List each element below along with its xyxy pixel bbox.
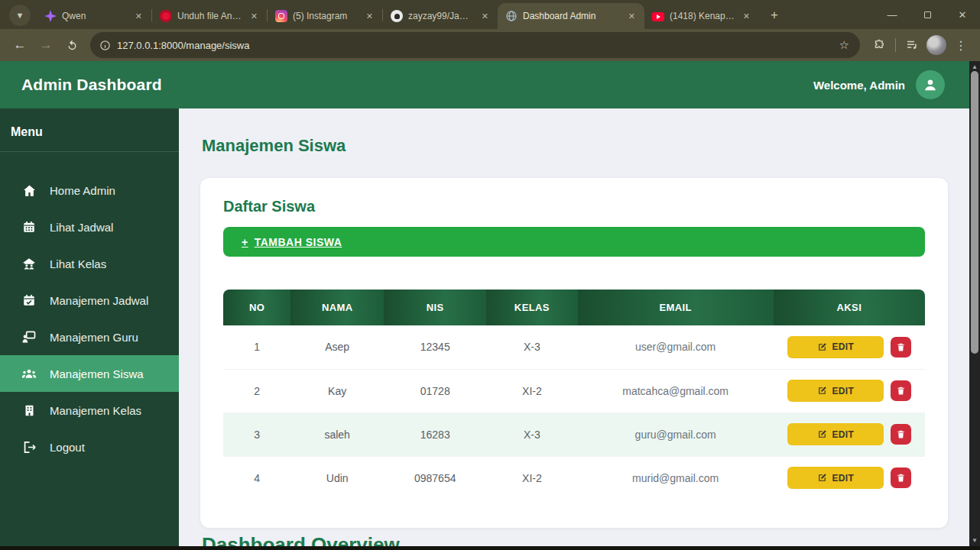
page-title: Manajemen Siswa: [202, 136, 346, 156]
youtube-favicon: [652, 12, 664, 21]
delete-button[interactable]: [891, 424, 911, 445]
delete-button[interactable]: [891, 467, 911, 488]
sidebar-item-manajemen-guru[interactable]: Manajemen Guru: [0, 319, 179, 355]
cell-nama: Asep: [290, 325, 384, 369]
tab-title: Dashboard Admin: [523, 11, 620, 21]
tab-title: (5) Instagram: [293, 11, 358, 21]
person-icon: [922, 76, 939, 93]
tab-title: Unduh file Anda — C: [177, 11, 242, 21]
cell-email: user@gmail.com: [578, 325, 774, 369]
tab-close-icon[interactable]: ✕: [132, 10, 145, 23]
globe-favicon: [505, 10, 518, 22]
cell-email: matcahca@gmail.com: [578, 369, 774, 412]
profile-avatar[interactable]: [925, 34, 948, 57]
sidebar-item-label: Manajemen Jadwal: [50, 294, 148, 307]
cell-kelas: XI-2: [486, 369, 577, 412]
tab-unduh-file[interactable]: Unduh file Anda — C ✕: [152, 3, 267, 29]
sidebar-item-lihat-jadwal[interactable]: Lihat Jadwal: [0, 209, 179, 245]
tab-close-icon[interactable]: ✕: [248, 10, 261, 23]
cell-email: guru@gmail.com: [578, 412, 774, 456]
card-title: Daftar Siswa: [223, 198, 925, 215]
trash-icon: [896, 342, 906, 352]
tab-youtube[interactable]: (1418) Kenapa Pulau ✕: [644, 3, 759, 29]
delete-button[interactable]: [891, 337, 911, 358]
cell-no: 1: [223, 325, 290, 369]
cell-nis: 12345: [384, 325, 486, 369]
extensions-icon[interactable]: [868, 34, 891, 57]
site-info-icon[interactable]: [99, 40, 111, 51]
teacher-icon: [21, 329, 37, 345]
tab-github[interactable]: zayzay99/Jadwal-Sek ✕: [383, 3, 498, 29]
tab-search-button[interactable]: ▼: [9, 5, 31, 26]
welcome-text: Welcome, Admin: [813, 79, 905, 92]
sidebar-item-label: Manajemen Guru: [50, 331, 138, 344]
menu-label: Menu: [0, 108, 179, 151]
pencil-square-icon: [817, 342, 827, 352]
media-queue-icon[interactable]: [900, 34, 923, 57]
tab-title: Qwen: [62, 11, 127, 21]
scroll-down-arrow[interactable]: ▼: [969, 535, 980, 545]
qwen-favicon: [44, 10, 57, 22]
tambah-siswa-button[interactable]: + TAMBAH SISWA: [223, 227, 925, 257]
pencil-square-icon: [817, 386, 827, 396]
sidebar-item-home-admin[interactable]: Home Admin: [0, 172, 179, 209]
sidebar-item-label: Manajemen Siswa: [50, 367, 144, 380]
minimize-button[interactable]: —: [875, 0, 910, 29]
close-window-button[interactable]: ✕: [945, 0, 980, 29]
forward-button[interactable]: →: [34, 33, 58, 57]
tab-close-icon[interactable]: ✕: [479, 10, 492, 23]
col-kelas: KELAS: [486, 290, 577, 325]
opera-favicon: [160, 10, 172, 22]
cell-kelas: XI-2: [486, 456, 577, 500]
edit-button[interactable]: EDIT: [787, 423, 884, 445]
browser-menu-icon[interactable]: ⋮: [949, 34, 972, 57]
new-tab-button[interactable]: +: [764, 5, 785, 26]
scroll-up-arrow[interactable]: ▲: [969, 61, 980, 72]
tab-close-icon[interactable]: ✕: [625, 10, 638, 23]
users-icon: [21, 366, 37, 382]
home-icon: [21, 183, 37, 198]
back-button[interactable]: ←: [8, 33, 32, 57]
pencil-square-icon: [817, 473, 827, 483]
sidebar-item-manajemen-kelas[interactable]: Manajemen Kelas: [0, 392, 179, 429]
sidebar-item-logout[interactable]: Logout: [0, 429, 179, 465]
cell-email: murid@gmail.com: [578, 456, 774, 500]
app-header: Admin Dashboard Welcome, Admin: [0, 61, 980, 108]
browser-toolbar: ← → 127.0.0.1:8000/manage/siswa ☆ ⋮: [0, 29, 980, 61]
school-icon: [21, 256, 37, 271]
edit-button[interactable]: EDIT: [787, 336, 884, 358]
tab-close-icon[interactable]: ✕: [740, 10, 753, 23]
table-row: 2 Kay 01728 XI-2 matcahca@gmail.com EDIT: [223, 369, 925, 412]
col-aksi: AKSI: [774, 290, 925, 325]
page-scrollbar[interactable]: ▲ ▼: [969, 61, 980, 550]
delete-button[interactable]: [891, 380, 911, 401]
sidebar-item-manajemen-siswa[interactable]: Manajemen Siswa: [0, 355, 179, 392]
sidebar-item-lihat-kelas[interactable]: Lihat Kelas: [0, 245, 179, 282]
sidebar-item-label: Home Admin: [50, 184, 115, 197]
address-bar[interactable]: 127.0.0.1:8000/manage/siswa ☆: [90, 32, 860, 58]
user-avatar[interactable]: [916, 70, 945, 99]
edit-button[interactable]: EDIT: [787, 467, 884, 489]
building-icon: [21, 404, 37, 417]
sidebar: Menu Home Admin: [0, 108, 179, 550]
bookmark-star-icon[interactable]: ☆: [839, 38, 851, 52]
tab-qwen[interactable]: Qwen ✕: [37, 3, 151, 29]
col-email: EMAIL: [578, 290, 774, 325]
main-content: Manajemen Siswa Daftar Siswa + TAMBAH SI…: [179, 108, 969, 550]
tab-dashboard-admin[interactable]: Dashboard Admin ✕: [498, 3, 644, 29]
cell-nis: 01728: [384, 369, 486, 412]
window-bottom-edge: [0, 546, 980, 550]
cell-nis: 16283: [384, 412, 486, 456]
sidebar-item-manajemen-jadwal[interactable]: Manajemen Jadwal: [0, 282, 179, 319]
calendar-icon: [21, 220, 37, 234]
cell-kelas: X-3: [486, 412, 577, 456]
scrollbar-thumb[interactable]: [971, 71, 978, 354]
tab-close-icon[interactable]: ✕: [363, 10, 376, 23]
daftar-siswa-card: Daftar Siswa + TAMBAH SISWA NO NAMA NIS …: [200, 178, 948, 528]
edit-button[interactable]: EDIT: [787, 380, 884, 402]
reload-button[interactable]: [60, 33, 84, 57]
tab-instagram[interactable]: (5) Instagram ✕: [268, 3, 382, 29]
pencil-square-icon: [817, 429, 827, 439]
maximize-button[interactable]: [910, 0, 945, 29]
url-text[interactable]: 127.0.0.1:8000/manage/siswa: [117, 40, 833, 51]
